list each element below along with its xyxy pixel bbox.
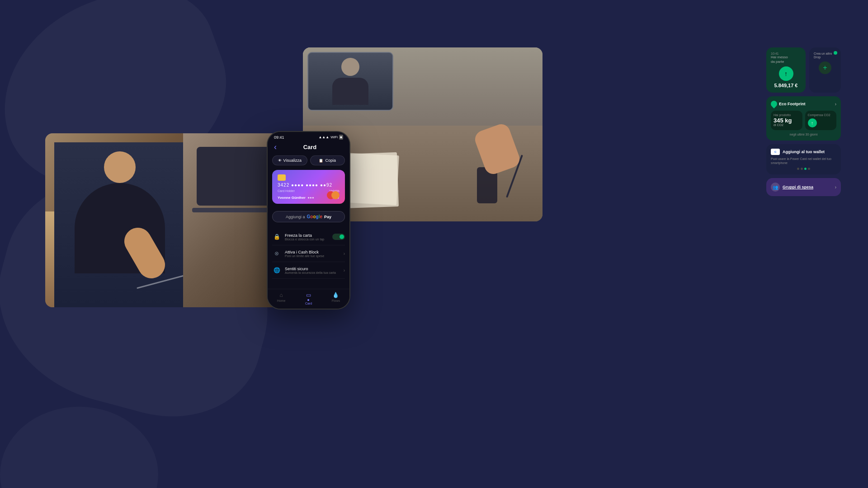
security-arrow: › bbox=[344, 268, 345, 273]
menu-text-freeze: Freeza la carta Blocca e sblocca con un … bbox=[285, 233, 329, 241]
status-time: 09:41 bbox=[274, 135, 284, 140]
dot-4 bbox=[808, 168, 810, 170]
dot-2 bbox=[801, 168, 803, 170]
right-panel: 10:41 Hai messo da parte ↑ 5.849,17 € Cr… bbox=[766, 47, 841, 196]
eco-stat-co2-value: 345 kg bbox=[774, 117, 800, 123]
savings-icon: ↑ bbox=[779, 66, 793, 81]
eco-stat-co2-label: Hai prodotto bbox=[774, 113, 800, 117]
eco-compensate-button[interactable]: ↑ bbox=[808, 118, 817, 127]
nav-flows[interactable]: 💧 Flows bbox=[322, 292, 349, 305]
menu-item-cashblock[interactable]: ⊗ Attiva i Cash Block Poni un limite all… bbox=[272, 245, 345, 262]
gpay-card-row: G Aggiungi al tuo wallet bbox=[771, 149, 836, 155]
nav-card-label: Card bbox=[305, 302, 312, 305]
gpay-add-label: Aggiungi a bbox=[286, 215, 305, 219]
phone-header: ‹ Card bbox=[268, 141, 349, 155]
menu-title-cashblock: Attiva i Cash Block bbox=[285, 250, 340, 254]
menu-item-freeze[interactable]: 🔒 Freeza la carta Blocca e sblocca con u… bbox=[272, 229, 345, 245]
eco-stat-co2: Hai prodotto 345 kg di CO2 bbox=[771, 111, 802, 130]
menu-title-freeze: Freeza la carta bbox=[285, 233, 329, 238]
eco-stat-compensate: Compensa CO2 ↑ bbox=[805, 111, 837, 130]
savings-amount: 5.849,17 € bbox=[771, 83, 801, 88]
copia-label: Copia bbox=[325, 158, 336, 163]
nav-card[interactable]: ▭ Card bbox=[295, 292, 322, 305]
savings-time: 10:41 bbox=[771, 52, 788, 55]
create-drop-indicator bbox=[834, 51, 837, 55]
savings-label: Hai messo da parte bbox=[771, 55, 788, 64]
phone-menu-items: 🔒 Freeza la carta Blocca e sblocca con u… bbox=[268, 229, 349, 279]
visualizza-label: Visualizza bbox=[283, 158, 302, 163]
eco-stat-co2-unit: di CO2 bbox=[774, 123, 800, 127]
copia-btn[interactable]: 📋 Copia bbox=[310, 155, 345, 165]
gpay-dots bbox=[771, 168, 836, 170]
nav-active-dot bbox=[307, 299, 309, 301]
create-drop-button[interactable]: + bbox=[819, 61, 831, 74]
video-thumbnail bbox=[307, 52, 393, 111]
menu-subtitle-freeze: Blocca e sblocca con un tap bbox=[285, 238, 329, 241]
eco-footprint-card: Eco Footprint › Hai prodotto 345 kg di C… bbox=[766, 96, 841, 141]
thumb-person bbox=[308, 53, 392, 110]
create-drop-label: Crea un altro Drop bbox=[814, 52, 836, 60]
cashblock-icon: ⊗ bbox=[272, 249, 281, 258]
gpay-pay-text: Pay bbox=[324, 215, 331, 219]
cashblock-arrow: › bbox=[344, 251, 345, 256]
gpay-add-button[interactable]: Aggiungi a Google Pay bbox=[272, 211, 345, 222]
nav-flows-label: Flows bbox=[332, 299, 340, 302]
eco-title-row: Eco Footprint bbox=[771, 101, 806, 107]
eco-arrow[interactable]: › bbox=[835, 102, 836, 107]
menu-subtitle-security: Aumenta la sicurezza della tua carta bbox=[285, 271, 340, 274]
menu-item-security[interactable]: 🌐 Sentiti sicuro Aumenta la sicurezza de… bbox=[272, 262, 345, 279]
eco-title: Eco Footprint bbox=[779, 102, 806, 106]
phone-card-section: 👁 Visualizza 📋 Copia 3422 ●●●● ●●●● ●●92… bbox=[268, 155, 349, 211]
eco-header: Eco Footprint › bbox=[771, 101, 836, 107]
freeze-toggle[interactable] bbox=[332, 234, 345, 240]
savings-header: 10:41 Hai messo da parte bbox=[771, 52, 801, 64]
menu-subtitle-cashblock: Poni un limite alle tue spese bbox=[285, 254, 340, 258]
gpay-logo: Google bbox=[307, 214, 322, 219]
savings-card: 10:41 Hai messo da parte ↑ 5.849,17 € bbox=[766, 47, 806, 93]
card-icon: ▭ bbox=[306, 292, 311, 298]
menu-title-security: Sentiti sicuro bbox=[285, 267, 340, 271]
nav-home-label: Home bbox=[277, 299, 286, 302]
phone-mockup: 09:41 ▲▲▲ WiFi ■ ‹ Card 👁 Visualizza 📋 C… bbox=[267, 131, 350, 310]
action-buttons-row: 👁 Visualizza 📋 Copia bbox=[272, 155, 345, 165]
card-holder-label: Card Holder bbox=[278, 189, 314, 192]
gruppi-left: 👥 Gruppi di spesa bbox=[771, 183, 813, 192]
dot-3 bbox=[804, 168, 807, 170]
phone-title: Card bbox=[277, 144, 343, 150]
mastercard-yellow bbox=[331, 191, 340, 199]
visualizza-btn[interactable]: 👁 Visualizza bbox=[272, 155, 307, 165]
leaf-icon bbox=[769, 99, 778, 108]
flows-icon: 💧 bbox=[332, 292, 339, 298]
card-holder-name: Yvonne Günther bbox=[278, 196, 306, 200]
dot-1 bbox=[797, 168, 799, 170]
top-cards-row: 10:41 Hai messo da parte ↑ 5.849,17 € Cr… bbox=[766, 47, 841, 93]
gruppi-spesa-card[interactable]: 👥 Gruppi di spesa › bbox=[766, 178, 841, 196]
create-drop-card: Crea un altro Drop + bbox=[809, 47, 841, 93]
gpay-card-desc: Puoi usare la Power Card nel wallet del … bbox=[771, 157, 836, 165]
eco-period: negli ultimi 30 giorni bbox=[771, 133, 836, 136]
nav-home[interactable]: ⌂ Home bbox=[268, 292, 295, 305]
eco-stat-comp-label: Compensa CO2 bbox=[808, 113, 834, 117]
gpay-card-title: Aggiungi al tuo wallet bbox=[783, 150, 825, 154]
lock-icon: 🔒 bbox=[272, 232, 281, 241]
gruppi-icon: 👥 bbox=[771, 183, 780, 192]
gpay-card-icon: G bbox=[771, 149, 780, 155]
home-icon: ⌂ bbox=[280, 292, 283, 298]
eco-stats-row: Hai prodotto 345 kg di CO2 Compensa CO2 … bbox=[771, 111, 836, 130]
menu-text-cashblock: Attiva i Cash Block Poni un limite alle … bbox=[285, 250, 340, 258]
bg-blob-3 bbox=[0, 407, 158, 488]
card-dots: ●●● bbox=[307, 196, 314, 200]
menu-text-security: Sentiti sicuro Aumenta la sicurezza dell… bbox=[285, 267, 340, 274]
card-network bbox=[327, 191, 340, 199]
phone-status-bar: 09:41 ▲▲▲ WiFi ■ bbox=[268, 132, 349, 141]
card-number: 3422 ●●●● ●●●● ●●92 bbox=[278, 183, 340, 188]
gruppi-title: Gruppi di spesa bbox=[783, 185, 813, 189]
credit-card: 3422 ●●●● ●●●● ●●92 Card Holder Yvonne G… bbox=[272, 170, 345, 204]
gpay-wallet-card: G Aggiungi al tuo wallet Puoi usare la P… bbox=[766, 144, 841, 174]
gruppi-arrow[interactable]: › bbox=[835, 185, 836, 190]
card-chip bbox=[278, 174, 286, 181]
phone-bottom-nav: ⌂ Home ▭ Card 💧 Flows bbox=[268, 289, 349, 309]
security-icon: 🌐 bbox=[272, 266, 281, 275]
